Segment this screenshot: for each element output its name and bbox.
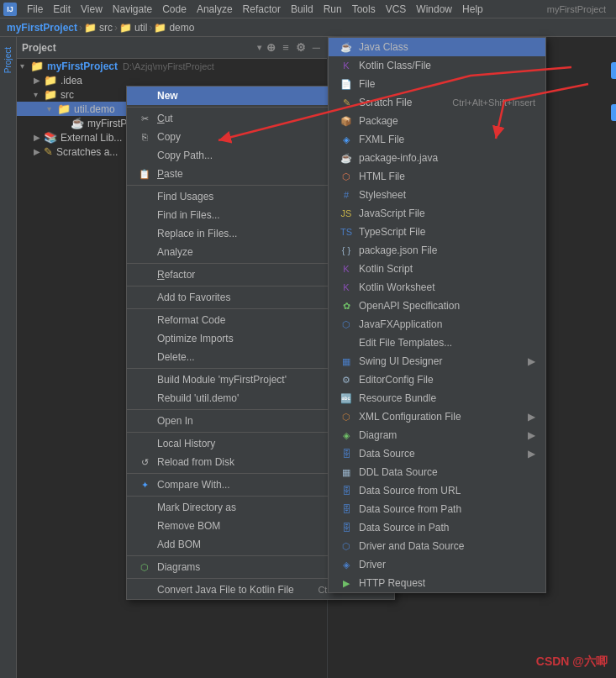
cm-ds-in-path[interactable]: 🗄 Data Source in Path [329, 518, 545, 537]
menu-refactor[interactable]: Refactor [238, 2, 286, 17]
breadcrumb: myFirstProject › 📁 src › 📁 util › 📁 demo [0, 18, 616, 37]
menu-code[interactable]: Code [157, 2, 192, 17]
panel-locate-icon[interactable]: ⊕ [265, 39, 277, 55]
main-layout: Project Project ▾ ⊕ ≡ ⚙ ─ ▾ 📁 myFirstPro… [0, 37, 616, 678]
openapi-icon: ✿ [339, 299, 354, 313]
cm-edit-templates[interactable]: Edit File Templates... [329, 334, 545, 352]
menu-view[interactable]: View [76, 2, 108, 17]
cm-openapi[interactable]: ✿ OpenAPI Specification [329, 297, 545, 315]
panel-close-icon[interactable]: ─ [311, 39, 322, 55]
stylesheet-icon: # [339, 188, 354, 202]
menu-build[interactable]: Build [286, 2, 319, 17]
ddl-icon: ▦ [339, 465, 354, 479]
menu-edit[interactable]: Edit [48, 2, 76, 17]
cm-scratch[interactable]: ✎ Scratch File Ctrl+Alt+Shift+Insert [329, 93, 545, 112]
cm-driver[interactable]: ◈ Driver [329, 555, 545, 574]
cm-html[interactable]: ⬡ HTML File [329, 167, 545, 186]
local-history-icon [137, 437, 152, 450]
rebuild-icon [137, 392, 152, 405]
kotlin-class-icon: K [339, 59, 354, 72]
menu-analyze[interactable]: Analyze [192, 2, 238, 17]
cm-ds-path[interactable]: 🗄 Data Source from Path [329, 500, 545, 518]
cm-diagram[interactable]: ◈ Diagram ▶ [329, 426, 545, 444]
diagrams-icon: ⬡ [137, 560, 152, 574]
cm-package-json[interactable]: { } package.json File [329, 241, 545, 260]
html-icon: ⬡ [339, 170, 354, 183]
cm-resource-bundle[interactable]: 🔤 Resource Bundle [329, 389, 545, 407]
cm-data-source[interactable]: 🗄 Data Source ▶ [329, 444, 545, 463]
cm-swing[interactable]: ▦ Swing UI Designer ▶ [329, 352, 545, 371]
cm-javascript[interactable]: JS JavaScript File [329, 204, 545, 223]
copy-path-icon [137, 149, 152, 162]
cm-ds-url[interactable]: 🗄 Data Source from URL [329, 481, 545, 500]
project-panel: Project ▾ ⊕ ≡ ⚙ ─ ▾ 📁 myFirstProject D:\… [17, 37, 328, 678]
sidebar-tabs: Project [0, 37, 17, 678]
ds-path-icon: 🗄 [339, 502, 354, 516]
file-icon: 📄 [339, 77, 354, 91]
driver-icon: ◈ [339, 558, 354, 571]
remove-bom-icon [137, 519, 152, 533]
cm-package[interactable]: 📦 Package [329, 112, 545, 130]
refactor-icon [137, 268, 152, 281]
menu-file[interactable]: File [22, 2, 48, 17]
cm-javafx[interactable]: ⬡ JavaFXApplication [329, 315, 545, 334]
data-source-icon: 🗄 [339, 447, 354, 460]
breadcrumb-demo[interactable]: 📁 demo [154, 22, 194, 34]
paste-icon: 📋 [137, 167, 152, 181]
copy-icon: ⎘ [137, 130, 152, 144]
cm-http[interactable]: ▶ HTTP Request [329, 574, 545, 592]
cm-stylesheet[interactable]: # Stylesheet [329, 186, 545, 204]
replace-icon [137, 227, 152, 240]
cm-kotlin-worksheet[interactable]: K Kotlin Worksheet [329, 278, 545, 297]
delete-icon [137, 350, 152, 364]
editorconfig-icon: ⚙ [339, 373, 354, 386]
menu-vcs[interactable]: VCS [381, 2, 412, 17]
right-indicator-2 [611, 104, 616, 121]
reload-icon: ↺ [137, 455, 152, 469]
tree-root[interactable]: ▾ 📁 myFirstProject D:\Azjq\myFirstProjec… [17, 59, 327, 73]
cm-package-info[interactable]: ☕ package-info.java [329, 149, 545, 167]
menu-run[interactable]: Run [319, 2, 347, 17]
resource-bundle-icon: 🔤 [339, 392, 354, 405]
typescript-icon: TS [339, 225, 354, 239]
find-usages-icon [137, 190, 152, 203]
cm-fxml[interactable]: ◈ FXML File [329, 130, 545, 149]
ds-url-icon: 🗄 [339, 484, 354, 497]
cm-kotlin-script[interactable]: K Kotlin Script [329, 260, 545, 278]
menu-help[interactable]: Help [457, 2, 488, 17]
panel-title: Project [22, 42, 257, 54]
cm-ddl[interactable]: ▦ DDL Data Source [329, 463, 545, 481]
reformat-icon [137, 313, 152, 327]
diagram-icon: ◈ [339, 428, 354, 442]
xml-config-icon: ⬡ [339, 410, 354, 423]
menu-tools[interactable]: Tools [347, 2, 381, 17]
panel-collapse-icon[interactable]: ≡ [281, 39, 291, 55]
compare-icon: ✦ [137, 478, 152, 491]
java-class-icon: ☕ [339, 40, 354, 54]
menubar: IJ File Edit View Navigate Code Analyze … [0, 0, 616, 18]
cm-driver-ds[interactable]: ⬡ Driver and Data Source [329, 537, 545, 555]
sidebar-tab-project[interactable]: Project [2, 40, 14, 80]
open-in-icon [137, 414, 152, 428]
cm-typescript[interactable]: TS TypeScript File [329, 223, 545, 241]
menu-navigate[interactable]: Navigate [108, 2, 157, 17]
watermark: CSDN @六唧 [536, 654, 608, 670]
ds-in-path-icon: 🗄 [339, 521, 354, 534]
breadcrumb-src[interactable]: 📁 src [84, 22, 113, 34]
cm-file[interactable]: 📄 File [329, 75, 545, 93]
cm-editorconfig[interactable]: ⚙ EditorConfig File [329, 371, 545, 389]
cm-xml-config[interactable]: ⬡ XML Configuration File ▶ [329, 407, 545, 426]
panel-settings-icon[interactable]: ⚙ [294, 39, 308, 55]
package-icon: 📦 [339, 114, 354, 128]
favorites-icon [137, 291, 152, 304]
cm-kotlin-class[interactable]: K Kotlin Class/File [329, 56, 545, 75]
panel-dropdown[interactable]: ▾ [257, 43, 261, 52]
menu-window[interactable]: Window [411, 2, 457, 17]
build-icon [137, 373, 152, 386]
right-area: ☕ Java Class K Kotlin Class/File 📄 File … [328, 37, 616, 678]
driver-ds-icon: ⬡ [339, 539, 354, 553]
package-json-icon: { } [339, 244, 354, 257]
breadcrumb-root[interactable]: myFirstProject [7, 22, 77, 34]
cm-java-class[interactable]: ☕ Java Class [329, 38, 545, 56]
breadcrumb-util[interactable]: 📁 util [119, 22, 147, 34]
